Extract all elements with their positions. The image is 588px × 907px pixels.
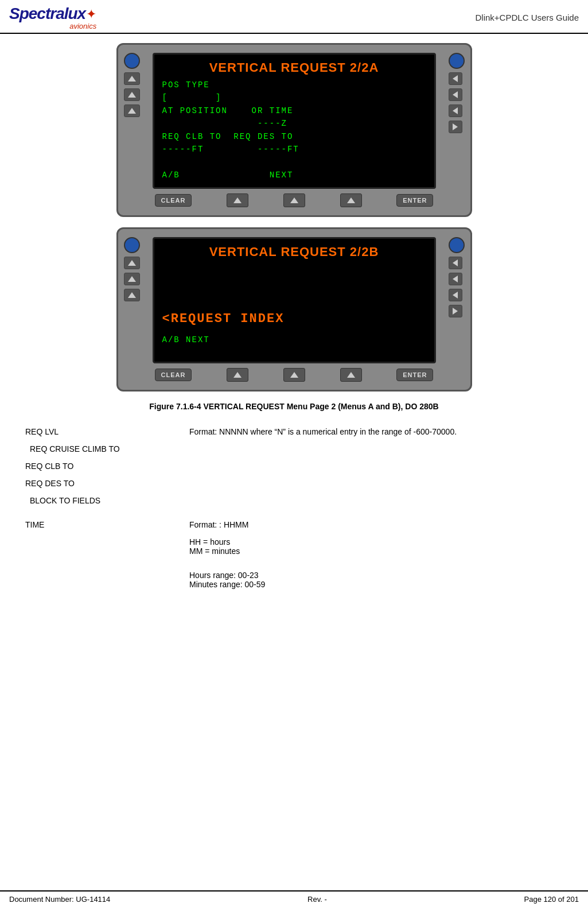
footer-rev: Rev. -	[307, 895, 327, 904]
right-button-a4[interactable]	[449, 121, 462, 133]
content-row-ranges: Hours range: 00-23 Minutes range: 00-59	[23, 568, 565, 591]
footer-page: Page 120 of 201	[524, 895, 579, 904]
mm-label: MM = minutes	[189, 546, 565, 556]
content-row-time: TIME Format: : HHMM	[23, 518, 565, 532]
screen-a-line3: AT POSITION OR TIME	[162, 104, 426, 117]
spacer-1	[23, 511, 565, 518]
up-button-b3[interactable]	[124, 289, 140, 301]
content-row-req-clb: REQ CLB TO	[23, 459, 565, 473]
value-hhmm: HH = hours MM = minutes	[189, 537, 565, 556]
right-button-b2[interactable]	[449, 273, 462, 285]
right-button-group-b	[449, 237, 465, 317]
label-ranges-empty	[23, 571, 189, 589]
minutes-range-label: Minutes range: 00-59	[189, 580, 565, 589]
logo-star-icon: ✦	[86, 7, 96, 22]
logo-avionics: avionics	[9, 22, 96, 30]
right-button-group-a	[449, 53, 465, 133]
hours-range-label: Hours range: 00-23	[189, 571, 565, 580]
up-small-b1[interactable]	[227, 368, 248, 382]
clear-button-a[interactable]: CLEAR	[155, 194, 192, 207]
label-req-cruise: REQ CRUISE CLIMB TO	[23, 444, 189, 453]
bottom-buttons-b: CLEAR ENTER	[153, 368, 436, 382]
up-button-b2[interactable]	[124, 273, 140, 285]
value-block-to	[189, 496, 565, 505]
up-small-b2[interactable]	[283, 368, 305, 382]
page-footer: Document Number: UG-14114 Rev. - Page 12…	[0, 890, 588, 907]
screen-a-line4: ----Z	[162, 117, 426, 130]
screen-a: VERTICAL REQUEST 2/2A POS TYPE [ ] AT PO…	[153, 53, 436, 189]
up-small-a2[interactable]	[283, 193, 305, 207]
label-req-des: REQ DES TO	[23, 479, 189, 488]
screen-a-title: VERTICAL REQUEST 2/2A	[162, 60, 426, 75]
device-a: VERTICAL REQUEST 2/2A POS TYPE [ ] AT PO…	[116, 43, 472, 217]
blue-button-b[interactable]	[124, 237, 140, 253]
value-req-des	[189, 479, 565, 488]
screen-a-line6: -----FT -----FT	[162, 143, 426, 156]
main-content: VERTICAL REQUEST 2/2A POS TYPE [ ] AT PO…	[0, 34, 588, 604]
content-row-req-cruise: REQ CRUISE CLIMB TO	[23, 442, 565, 456]
right-button-b3[interactable]	[449, 289, 462, 301]
content-row-hhmm: HH = hours MM = minutes	[23, 535, 565, 558]
label-block-to: BLOCK TO FIELDS	[23, 496, 189, 505]
screen-a-line2: [ ]	[162, 91, 426, 104]
up-small-b3[interactable]	[340, 368, 362, 382]
footer-doc-number: Document Number: UG-14114	[9, 895, 110, 904]
left-button-group-a	[124, 53, 140, 117]
bottom-buttons-a: CLEAR ENTER	[153, 193, 436, 207]
label-hhmm-empty	[23, 537, 189, 556]
figure-caption: Figure 7.1.6-4 VERTICAL REQUEST Menu Pag…	[23, 402, 565, 411]
content-row-req-lvl: REQ LVL Format: NNNNN where “N” is a num…	[23, 425, 565, 439]
page-header: Spectralux ✦ avionics Dlink+CPDLC Users …	[0, 0, 588, 34]
blue-button-a[interactable]	[124, 53, 140, 69]
up-button-b1[interactable]	[124, 257, 140, 269]
up-button-a2[interactable]	[124, 88, 140, 101]
up-small-a1[interactable]	[227, 193, 248, 207]
hh-label: HH = hours	[189, 537, 565, 546]
screen-a-line5: REQ CLB TO REQ DES TO	[162, 130, 426, 143]
value-req-cruise	[189, 444, 565, 453]
page-title: Dlink+CPDLC Users Guide	[476, 13, 579, 22]
logo: Spectralux ✦ avionics	[9, 5, 96, 30]
value-req-lvl: Format: NNNNN where “N” is a numerical e…	[189, 427, 565, 436]
label-req-lvl: REQ LVL	[23, 427, 189, 436]
left-button-group-b	[124, 237, 140, 301]
right-button-a1[interactable]	[449, 72, 462, 85]
value-req-clb	[189, 462, 565, 471]
device-b: VERTICAL REQUEST 2/2B <REQUEST INDEX A/B…	[116, 227, 472, 392]
value-ranges: Hours range: 00-23 Minutes range: 00-59	[189, 571, 565, 589]
enter-button-a[interactable]: ENTER	[396, 194, 433, 207]
value-time-format: Format: : HHMM	[189, 520, 565, 529]
clear-button-b[interactable]: CLEAR	[155, 369, 192, 381]
screen-a-line7	[162, 156, 426, 168]
screen-a-line1: POS TYPE	[162, 79, 426, 91]
enter-button-b[interactable]: ENTER	[396, 369, 433, 381]
label-time: TIME	[23, 520, 189, 529]
up-button-a1[interactable]	[124, 72, 140, 85]
right-button-a3[interactable]	[449, 104, 462, 117]
right-button-b1[interactable]	[449, 257, 462, 269]
content-row-block-to: BLOCK TO FIELDS	[23, 494, 565, 507]
screen-b-title: VERTICAL REQUEST 2/2B	[162, 245, 426, 259]
screen-b: VERTICAL REQUEST 2/2B <REQUEST INDEX A/B…	[153, 237, 436, 363]
screen-a-line8: A/B NEXT	[162, 169, 426, 181]
screen-b-bottom: A/B NEXT	[162, 334, 426, 346]
blue-button-a-right[interactable]	[449, 53, 465, 69]
up-small-a3[interactable]	[340, 193, 362, 207]
screen-b-request-index: <REQUEST INDEX	[162, 309, 426, 329]
blue-button-b-right[interactable]	[449, 237, 465, 253]
label-req-clb: REQ CLB TO	[23, 462, 189, 471]
content-row-req-des: REQ DES TO	[23, 476, 565, 490]
up-button-a3[interactable]	[124, 104, 140, 117]
spacer-2	[23, 561, 565, 568]
screen-b-empty	[162, 263, 426, 309]
right-button-a2[interactable]	[449, 88, 462, 101]
logo-spectralux: Spectralux ✦	[9, 5, 96, 23]
right-button-b4[interactable]	[449, 305, 462, 317]
